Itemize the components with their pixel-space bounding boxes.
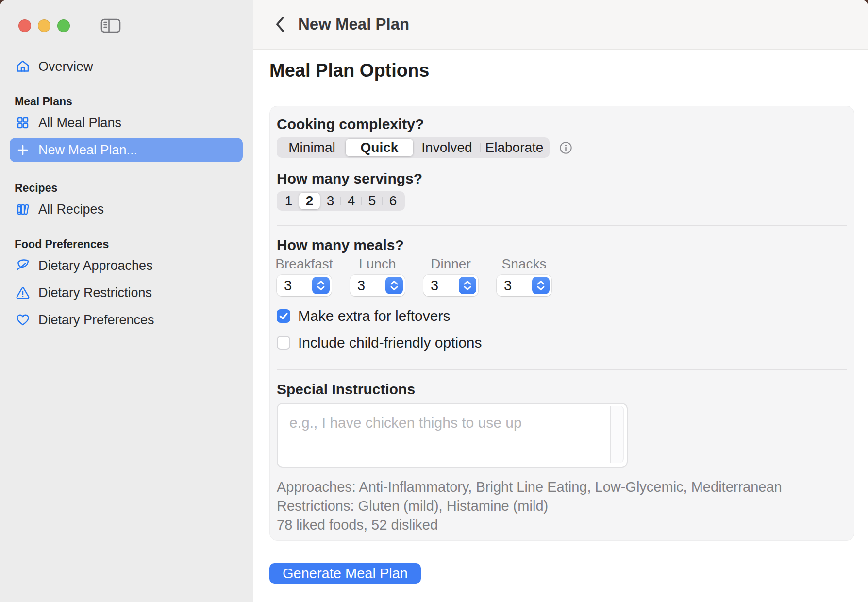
- sidebar-item-label: Dietary Restrictions: [38, 285, 152, 301]
- segment-5[interactable]: 5: [362, 193, 383, 209]
- meal-column-dinner: Dinner 3: [423, 256, 478, 296]
- segment-elaborate[interactable]: Elaborate: [481, 139, 548, 156]
- sidebar-item-all-meal-plans[interactable]: All Meal Plans: [10, 111, 243, 135]
- child-friendly-checkbox-row: Include child-friendly options: [277, 334, 847, 351]
- window-controls: [18, 18, 253, 33]
- sidebar-item-overview[interactable]: Overview: [10, 54, 243, 79]
- summary-approaches: Approaches: Anti-Inflammatory, Bright Li…: [277, 478, 847, 497]
- segment-4[interactable]: 4: [341, 193, 362, 209]
- servings-segmented-control: 1 2 3 4 5 6: [277, 191, 405, 211]
- segment-involved[interactable]: Involved: [413, 139, 481, 156]
- cooking-complexity-segmented-control: Minimal Quick Involved Elaborate: [277, 137, 550, 158]
- cooking-complexity-label: Cooking complexity?: [277, 116, 847, 133]
- zoom-window-button[interactable]: [57, 19, 70, 32]
- minimize-window-button[interactable]: [38, 19, 50, 32]
- sidebar-item-all-recipes[interactable]: All Recipes: [10, 197, 243, 221]
- segment-6[interactable]: 6: [383, 193, 403, 209]
- checkbox-label: Make extra for leftovers: [298, 308, 450, 324]
- meal-column-lunch: Lunch 3: [350, 256, 405, 296]
- meal-column-label: Lunch: [350, 256, 405, 272]
- meal-column-label: Snacks: [497, 256, 551, 272]
- meals-row: Breakfast 3 Lunch: [277, 256, 847, 296]
- sidebar-item-label: Dietary Approaches: [38, 258, 153, 273]
- meal-column-label: Dinner: [423, 256, 478, 272]
- page-header-title: New Meal Plan: [298, 15, 409, 33]
- summary-restrictions: Restrictions: Gluten (mild), Histamine (…: [277, 497, 847, 516]
- sidebar-item-dietary-restrictions[interactable]: Dietary Restrictions: [10, 281, 243, 305]
- special-instructions-label: Special Instructions: [277, 381, 847, 398]
- sidebar-item-dietary-approaches[interactable]: Dietary Approaches: [10, 253, 243, 278]
- preferences-summary: Approaches: Anti-Inflammatory, Bright Li…: [277, 478, 847, 535]
- books-icon: [15, 201, 31, 217]
- sidebar-item-label: Dietary Preferences: [38, 313, 154, 328]
- summary-likes: 78 liked foods, 52 disliked: [277, 516, 847, 535]
- stepper-value: 3: [284, 278, 292, 294]
- sidebar-section-title: Food Preferences: [15, 237, 253, 251]
- section-divider: [277, 369, 847, 370]
- meal-column-label: Breakfast: [277, 256, 332, 272]
- dinner-stepper: 3: [423, 275, 478, 296]
- toggle-sidebar-icon[interactable]: [100, 17, 121, 34]
- segment-2[interactable]: 2: [299, 193, 320, 209]
- stepper-value: 3: [357, 278, 365, 294]
- content: Meal Plan Options Cooking complexity? Mi…: [253, 50, 868, 584]
- segment-3[interactable]: 3: [320, 193, 341, 209]
- sidebar-item-label: All Recipes: [38, 202, 104, 217]
- page-title: Meal Plan Options: [269, 60, 868, 85]
- meal-plan-options-panel: Cooking complexity? Minimal Quick Involv…: [269, 106, 854, 541]
- breakfast-stepper: 3: [277, 275, 332, 296]
- snacks-stepper: 3: [497, 275, 551, 296]
- plus-icon: [15, 142, 31, 158]
- leftovers-checkbox-row: Make extra for leftovers: [277, 308, 847, 324]
- servings-label: How many servings?: [277, 170, 847, 187]
- sidebar-section-title: Recipes: [15, 181, 253, 195]
- section-divider: [277, 225, 847, 226]
- grid-icon: [15, 115, 31, 131]
- leftovers-checkbox[interactable]: [277, 309, 290, 323]
- sidebar-section-title: Meal Plans: [15, 94, 253, 109]
- stepper-up-down-icon[interactable]: [459, 277, 476, 294]
- sidebar-item-label: Overview: [38, 59, 93, 74]
- stepper-up-down-icon[interactable]: [532, 277, 550, 294]
- warning-triangle-icon: [15, 284, 31, 301]
- segment-minimal[interactable]: Minimal: [278, 139, 346, 156]
- heart-icon: [15, 312, 31, 328]
- sidebar-item-dietary-preferences[interactable]: Dietary Preferences: [10, 308, 243, 332]
- checkbox-label: Include child-friendly options: [298, 334, 482, 351]
- meal-column-snacks: Snacks 3: [497, 256, 551, 296]
- sidebar-item-label: New Meal Plan...: [38, 143, 137, 158]
- back-button[interactable]: [275, 15, 285, 33]
- segment-1[interactable]: 1: [278, 193, 299, 209]
- titlebar: New Meal Plan: [253, 0, 868, 50]
- stepper-value: 3: [504, 278, 512, 294]
- leaf-icon: [15, 257, 31, 274]
- stepper-up-down-icon[interactable]: [385, 277, 403, 294]
- info-circle-icon[interactable]: [559, 141, 572, 154]
- segment-quick[interactable]: Quick: [346, 139, 413, 156]
- lunch-stepper: 3: [350, 275, 405, 296]
- stepper-up-down-icon[interactable]: [312, 277, 330, 294]
- sidebar-item-new-meal-plan[interactable]: New Meal Plan...: [10, 138, 243, 162]
- sidebar: Overview Meal Plans All Meal Plans New M…: [0, 0, 253, 602]
- child-friendly-checkbox[interactable]: [277, 336, 290, 350]
- sidebar-item-label: All Meal Plans: [38, 116, 121, 131]
- close-window-button[interactable]: [18, 19, 31, 32]
- generate-meal-plan-button[interactable]: Generate Meal Plan: [269, 563, 421, 584]
- home-icon: [15, 58, 31, 75]
- stepper-value: 3: [431, 278, 438, 294]
- special-instructions-input[interactable]: [277, 403, 628, 468]
- meals-label: How many meals?: [277, 237, 847, 253]
- main-area: New Meal Plan Meal Plan Options Cooking …: [253, 0, 868, 602]
- special-instructions-field: [277, 403, 628, 468]
- app-window: Overview Meal Plans All Meal Plans New M…: [0, 0, 868, 602]
- meal-column-breakfast: Breakfast 3: [277, 256, 332, 296]
